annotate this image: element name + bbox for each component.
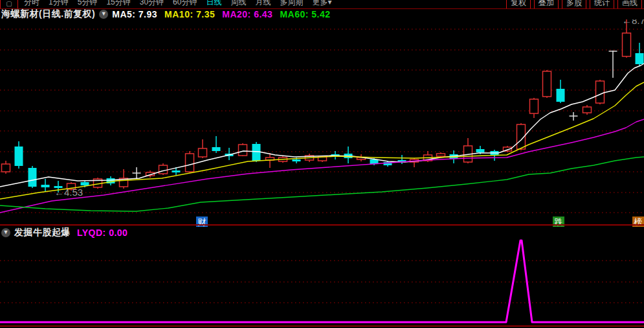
period-menu: 分时1分钟5分钟15分钟30分钟60分钟日线周线月线多周期更多▾ [24,0,340,8]
candle [557,89,565,102]
candle [252,144,261,161]
app-logo-button[interactable]: ▢ [0,0,18,9]
period-tab-2[interactable]: 1分钟 [49,0,69,8]
app-window: ▢ 分时1分钟5分钟15分钟30分钟60分钟日线周线月线多周期更多▾ 复权叠加多… [0,0,644,328]
sub-panel-header: ▼ 发掘牛股起爆 LYQD: 0.00 [1,227,128,239]
candle [199,148,207,157]
candle [239,145,247,156]
period-tab-1[interactable]: 分时 [24,0,39,8]
candle [159,165,168,174]
candle [186,154,194,172]
price-annotation: ←4.53 [54,187,83,198]
series-line [0,119,644,213]
main-chart-svg[interactable]: ←4.53←8.7 [0,19,644,224]
toolbar-button-4[interactable]: 统计 [590,0,614,9]
chevron-down-icon[interactable]: ▼ [99,10,108,19]
candle [636,53,644,64]
toolbar-button-1[interactable]: 复权 [506,0,531,9]
period-tab-10[interactable]: 多周期 [280,0,303,8]
toolbar-button-5[interactable]: 画线 [617,0,642,9]
period-tab-8[interactable]: 周线 [230,0,246,8]
candle [437,154,445,156]
sub-chart-svg[interactable] [0,226,644,328]
ma-value: MA60: 5.42 [280,9,330,19]
period-tab-3[interactable]: 5分钟 [78,0,98,8]
period-toolbar: ▢ 分时1分钟5分钟15分钟30分钟60分钟日线周线月线多周期更多▾ 复权叠加多… [0,0,644,9]
price-annotation: ←8.7 [622,19,644,26]
ma-values: MA5: 7.93MA10: 7.35MA20: 6.43MA60: 5.42 [112,9,337,19]
chevron-down-icon[interactable]: ▼ [1,228,10,237]
chart-header: 海螺新材(日线.前复权) ▼ MA5: 7.93MA10: 7.35MA20: … [1,8,338,20]
toolbar-buttons: 复权叠加多股统计画线 [506,0,642,9]
candle [2,164,10,172]
candle [28,168,37,187]
period-tab-6[interactable]: 60分钟 [173,0,197,8]
candle [543,71,551,97]
candle [583,107,592,113]
candle [293,159,301,161]
candle [623,33,631,56]
period-tab-4[interactable]: 15分钟 [106,0,130,8]
stock-title: 海螺新材(日线.前复权) [1,8,95,20]
toolbar-button-2[interactable]: 叠加 [534,0,559,9]
indicator-name: 发掘牛股起爆 [14,227,71,239]
candle [212,147,221,151]
candle [41,185,50,187]
period-tab-11[interactable]: 更多▾ [312,0,331,8]
ma-value: MA10: 7.35 [164,9,215,19]
indicator-value: LYQD: 0.00 [77,228,128,238]
candle [172,170,181,172]
period-tab-9[interactable]: 月线 [255,0,271,8]
ma-value: MA5: 7.93 [112,9,157,19]
candle [81,182,89,185]
candle [15,146,23,166]
toolbar-button-3[interactable]: 多股 [562,0,586,9]
candle [530,99,539,113]
candle [596,81,605,103]
period-tab-7[interactable]: 日线 [206,0,221,8]
series-line [0,240,644,322]
candle [476,149,485,152]
ma-value: MA20: 6.43 [222,9,272,19]
period-tab-5[interactable]: 30分钟 [140,0,164,8]
